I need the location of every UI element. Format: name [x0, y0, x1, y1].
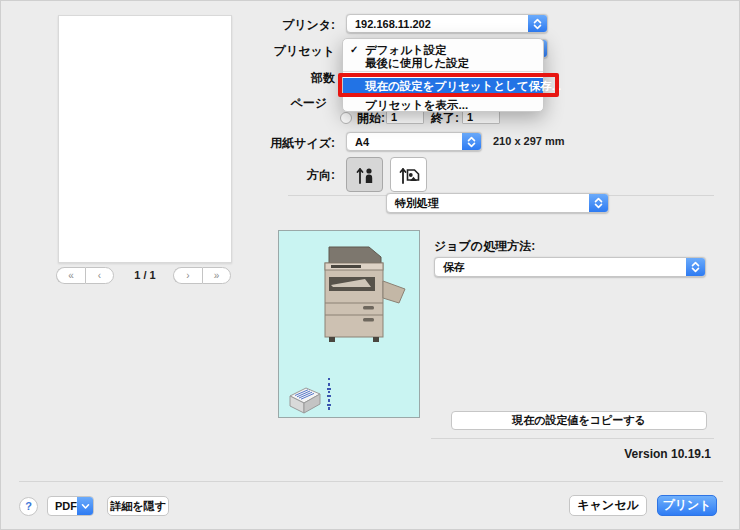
copier-illustration-icon — [305, 241, 417, 351]
first-page-button[interactable]: « — [56, 267, 85, 284]
chevron-updown-icon — [589, 194, 608, 212]
menu-item-default-settings[interactable]: ✓ デフォルト設定 — [343, 43, 543, 57]
copies-label: 部数 — [311, 70, 335, 87]
chevron-updown-icon — [462, 133, 481, 150]
page-nav-forward-group: › » — [173, 267, 231, 284]
orientation-label: 方向: — [307, 167, 335, 184]
last-page-button[interactable]: » — [202, 267, 231, 284]
paper-stack-icon — [284, 384, 324, 416]
page-range-radio[interactable] — [340, 112, 352, 124]
copy-settings-button[interactable]: 現在の設定値をコピーする — [451, 411, 707, 430]
chevron-updown-icon — [686, 258, 705, 276]
portrait-icon — [352, 162, 378, 188]
printer-select-value: 192.168.11.202 — [355, 18, 431, 30]
landscape-icon — [396, 162, 422, 188]
pdf-menu-button[interactable]: PDF — [47, 496, 94, 516]
paper-size-label: 用紙サイズ: — [270, 135, 335, 152]
job-method-value: 保存 — [443, 260, 465, 275]
prev-page-button[interactable]: ‹ — [85, 267, 114, 284]
orientation-portrait-button[interactable] — [346, 157, 383, 192]
page-indicator: 1 / 1 — [127, 269, 163, 281]
settings-pane-value: 特別処理 — [395, 196, 439, 211]
chevron-down-icon — [77, 497, 93, 515]
chevron-updown-icon — [528, 15, 547, 32]
cancel-button[interactable]: キャンセル — [569, 495, 647, 516]
range-end-label: 終了: — [431, 110, 459, 127]
print-dialog: « ‹ 1 / 1 › » プリンタ: 192.168.11.202 プリセット… — [0, 0, 740, 530]
menu-item-label: デフォルト設定 — [365, 44, 447, 56]
job-method-label: ジョブの処理方法: — [434, 238, 535, 255]
help-button[interactable]: ? — [19, 497, 38, 516]
driver-version: Version 10.19.1 — [624, 447, 711, 461]
printer-label: プリンタ: — [282, 17, 335, 34]
annotation-highlight-box — [338, 73, 559, 97]
printer-select[interactable]: 192.168.11.202 — [346, 14, 548, 33]
menu-item-label: 最後に使用した設定 — [365, 57, 469, 69]
paper-size-select[interactable]: A4 — [346, 132, 482, 151]
print-preview-page — [58, 15, 232, 263]
printer-illustration-panel — [278, 230, 420, 418]
orientation-landscape-button[interactable] — [390, 157, 427, 192]
hide-details-button[interactable]: 詳細を隠す — [107, 496, 169, 516]
checkmark-icon: ✓ — [350, 43, 358, 57]
next-page-button[interactable]: › — [173, 267, 202, 284]
settings-pane-select[interactable]: 特別処理 — [386, 193, 609, 213]
paper-size-value: A4 — [355, 136, 369, 148]
menu-item-last-used-settings[interactable]: 最後に使用した設定 — [343, 56, 543, 70]
job-method-select[interactable]: 保存 — [434, 257, 706, 277]
pages-label: ページ — [290, 95, 327, 112]
tiny-annotation-marks-icon — [326, 377, 332, 411]
menu-item-show-presets[interactable]: プリセットを表示... — [343, 98, 543, 112]
preset-label: プリセット — [274, 43, 335, 60]
page-nav-back-group: « ‹ — [56, 267, 114, 284]
range-start-label: 開始: — [357, 110, 385, 127]
pdf-label: PDF — [55, 500, 77, 512]
paper-dimensions: 210 x 297 mm — [493, 135, 565, 147]
menu-separator — [343, 71, 543, 72]
print-button[interactable]: プリント — [657, 495, 717, 516]
menu-item-label: プリセットを表示... — [365, 99, 468, 111]
